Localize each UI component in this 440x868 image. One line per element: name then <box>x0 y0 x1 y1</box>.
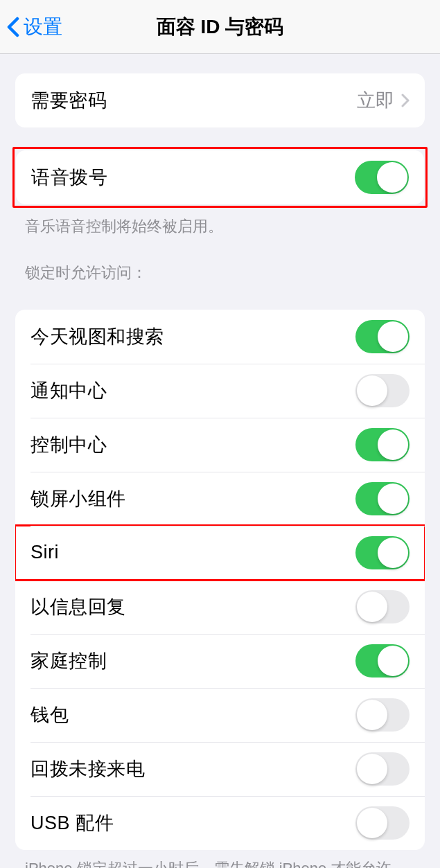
label-reply-with-message: 以信息回复 <box>30 594 126 619</box>
label-return-missed-calls: 回拨未接来电 <box>30 756 145 781</box>
row-usb-accessories: USB 配件 <box>15 796 425 850</box>
toggle-wallet[interactable] <box>355 698 410 732</box>
row-siri: Siri <box>15 526 425 580</box>
row-return-missed-calls: 回拨未接来电 <box>15 742 425 796</box>
toggle-control-center[interactable] <box>355 428 410 461</box>
row-notification-center: 通知中心 <box>15 364 425 418</box>
label-today-view: 今天视图和搜索 <box>30 324 164 349</box>
page-title: 面容 ID 与密码 <box>157 14 284 40</box>
row-reply-with-message: 以信息回复 <box>15 580 425 634</box>
toggle-usb-accessories[interactable] <box>355 806 410 840</box>
navigation-bar: 设置 面容 ID 与密码 <box>0 0 440 54</box>
toggle-notification-center[interactable] <box>355 374 410 407</box>
require-passcode-value: 立即 <box>357 88 394 113</box>
row-home-control: 家庭控制 <box>15 634 425 688</box>
locked-access-header: 锁定时允许访问： <box>0 238 440 290</box>
label-home-control: 家庭控制 <box>30 648 107 673</box>
label-siri: Siri <box>30 542 59 563</box>
toggle-return-missed-calls[interactable] <box>355 752 410 786</box>
row-lock-screen-widgets: 锁屏小组件 <box>15 472 425 526</box>
toggle-home-control[interactable] <box>355 644 410 677</box>
back-chevron-icon <box>7 17 19 37</box>
row-control-center: 控制中心 <box>15 418 425 472</box>
row-wallet: 钱包 <box>15 688 425 742</box>
voice-dial-label: 语音拨号 <box>31 165 107 190</box>
voice-dial-toggle[interactable] <box>355 161 409 194</box>
voice-dial-highlight: 语音拨号 <box>12 147 428 208</box>
locked-access-group: 今天视图和搜索通知中心控制中心锁屏小组件Siri以信息回复家庭控制钱包回拨未接来… <box>15 310 425 850</box>
chevron-right-icon <box>401 94 410 107</box>
toggle-today-view[interactable] <box>355 320 410 353</box>
require-passcode-label: 需要密码 <box>30 88 107 113</box>
back-label: 设置 <box>24 14 62 40</box>
back-button[interactable]: 设置 <box>0 14 62 40</box>
label-control-center: 控制中心 <box>30 432 107 457</box>
row-today-view: 今天视图和搜索 <box>15 310 425 364</box>
voice-dial-group: 语音拨号 <box>16 150 424 204</box>
require-passcode-row[interactable]: 需要密码 立即 <box>15 73 425 127</box>
voice-dial-row: 语音拨号 <box>16 150 424 204</box>
locked-access-footer: iPhone 锁定超过一小时后，需先解锁 iPhone 才能允许 USB 配件连… <box>0 850 440 868</box>
toggle-siri[interactable] <box>355 536 410 569</box>
toggle-reply-with-message[interactable] <box>355 590 410 623</box>
label-usb-accessories: USB 配件 <box>30 811 114 835</box>
label-wallet: 钱包 <box>30 702 69 727</box>
voice-dial-footer: 音乐语音控制将始终被启用。 <box>0 208 440 238</box>
toggle-lock-screen-widgets[interactable] <box>355 482 410 515</box>
require-passcode-group: 需要密码 立即 <box>15 73 425 127</box>
label-notification-center: 通知中心 <box>30 378 107 403</box>
label-lock-screen-widgets: 锁屏小组件 <box>30 486 126 511</box>
